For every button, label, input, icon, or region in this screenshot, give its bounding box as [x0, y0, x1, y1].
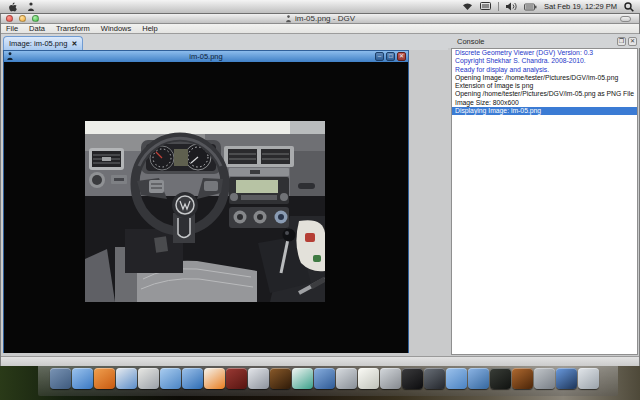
nvidia-settings-dock-icon[interactable]: [490, 368, 511, 389]
calculator-dock-icon[interactable]: [380, 368, 401, 389]
dock: [50, 368, 599, 389]
menu-transform[interactable]: Transform: [56, 24, 90, 33]
volume-icon[interactable]: [506, 2, 517, 11]
window-titlebar[interactable]: im-05.png - DGV: [1, 14, 639, 24]
menu-file[interactable]: File: [6, 24, 18, 33]
tab-close-icon[interactable]: ✕: [71, 40, 77, 48]
scanner-app-dock-icon[interactable]: [314, 368, 335, 389]
car-dashboard-photo: [85, 121, 325, 302]
menubar-clock[interactable]: Sat Feb 19, 12:29 PM: [544, 2, 617, 11]
textedit-dock-icon[interactable]: [358, 368, 379, 389]
image-canvas[interactable]: [4, 62, 408, 353]
printer-utility-dock-icon[interactable]: [534, 368, 555, 389]
console-line[interactable]: Image Size: 800x600: [452, 99, 637, 107]
dvd-player-dock-icon[interactable]: [226, 368, 247, 389]
image-subwindow[interactable]: im-05.png – □ ✕: [3, 50, 409, 353]
toolbar-toggle-button[interactable]: [620, 16, 631, 22]
x11-folder-dock-icon[interactable]: [468, 368, 489, 389]
menu-windows[interactable]: Windows: [101, 24, 131, 33]
window-title: im-05.png - DGV: [1, 14, 639, 23]
console-log[interactable]: Discrete Geometry Viewer (DGV) Version: …: [451, 48, 638, 355]
console-line[interactable]: Opening /home/tester/Pictures/DGV/im-05.…: [452, 90, 637, 98]
console-header: Console ❐ ✕: [448, 34, 640, 48]
firefox-dock-icon[interactable]: [94, 368, 115, 389]
tab-label: Image: im-05.png: [9, 39, 67, 48]
subwindow-minimize-button[interactable]: –: [375, 52, 384, 61]
tab-image-im-05[interactable]: Image: im-05.png ✕: [3, 36, 83, 50]
system-preferences-dock-icon[interactable]: [424, 368, 445, 389]
folder-documents-dock-icon[interactable]: [446, 368, 467, 389]
dgv-app-menu-icon[interactable]: [27, 2, 35, 12]
wifi-icon[interactable]: [462, 2, 473, 11]
mac-menubar: Sat Feb 19, 12:29 PM: [0, 0, 640, 14]
photo-booth-dock-icon[interactable]: [248, 368, 269, 389]
apple-menu-icon[interactable]: [8, 2, 17, 12]
subwindow-close-button[interactable]: ✕: [397, 52, 406, 61]
console-float-button[interactable]: ❐: [617, 37, 626, 46]
image-capture-dock-icon[interactable]: [336, 368, 357, 389]
photo-app-dock-icon[interactable]: [160, 368, 181, 389]
tab-bar: Image: im-05.png ✕: [1, 34, 448, 50]
safari-dock-icon[interactable]: [116, 368, 137, 389]
menubar-divider: [498, 2, 499, 11]
web-globe-app-dock-icon[interactable]: [512, 368, 533, 389]
status-bar: [1, 356, 639, 366]
quill-app-dock-icon[interactable]: [292, 368, 313, 389]
menu-data[interactable]: Data: [29, 24, 45, 33]
vlc-dock-icon[interactable]: [204, 368, 225, 389]
archive-app-dock-icon[interactable]: [50, 368, 71, 389]
trash-dock-icon[interactable]: [578, 368, 599, 389]
display-icon[interactable]: [480, 2, 491, 11]
app-menu-row: File Data Transform Windows Help: [1, 24, 639, 34]
console-line[interactable]: Discrete Geometry Viewer (DGV) Version: …: [452, 49, 637, 57]
terminal-dock-icon[interactable]: [402, 368, 423, 389]
menu-help[interactable]: Help: [142, 24, 157, 33]
subwindow-titlebar[interactable]: im-05.png – □ ✕: [4, 51, 408, 62]
mdi-area: im-05.png – □ ✕: [1, 50, 448, 356]
finder-dock-icon[interactable]: [72, 368, 93, 389]
console-line[interactable]: Extension of Image is png: [452, 82, 637, 90]
console-line[interactable]: Copyright Shekhar S. Chandra. 2008-2010.: [452, 57, 637, 65]
screen: Sat Feb 19, 12:29 PM im-05.png - DGV Fil…: [0, 0, 640, 400]
battery-icon[interactable]: [524, 3, 537, 11]
spotlight-icon[interactable]: [624, 2, 634, 12]
pixel-app-dock-icon[interactable]: [270, 368, 291, 389]
console-line-selected[interactable]: Displaying Image: im-05.png: [452, 107, 637, 115]
window-title-icon: [285, 15, 292, 23]
network-orb-app-dock-icon[interactable]: [556, 368, 577, 389]
dgv-window: im-05.png - DGV File Data Transform Wind…: [0, 14, 640, 366]
itunes-dock-icon[interactable]: [182, 368, 203, 389]
preview-dock-icon[interactable]: [138, 368, 159, 389]
console-title: Console: [448, 37, 485, 46]
console-line[interactable]: Opening Image: /home/tester/Pictures/DGV…: [452, 74, 637, 82]
subwindow-title: im-05.png: [4, 52, 408, 61]
console-line[interactable]: Ready for display and analysis.: [452, 66, 637, 74]
subwindow-maximize-button[interactable]: □: [386, 52, 395, 61]
console-close-button[interactable]: ✕: [628, 37, 637, 46]
